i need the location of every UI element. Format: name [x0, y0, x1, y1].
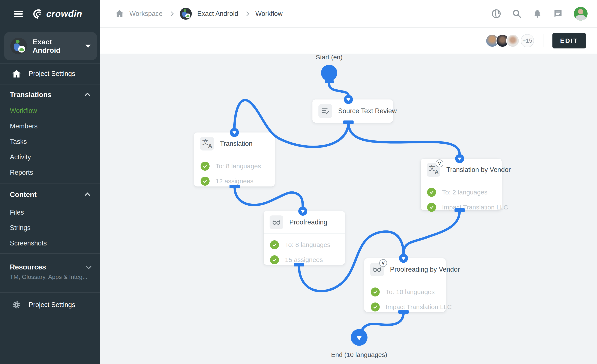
breadcrumb-project[interactable]: Exact Android [197, 10, 238, 18]
section-header-translations[interactable]: Translations [10, 88, 90, 101]
sidebar-item-project-settings-bottom[interactable]: Project Settings [0, 295, 100, 314]
more-avatars-badge[interactable]: +15 [521, 34, 534, 47]
node-detail-row: To: 10 languages [371, 287, 439, 296]
section-header-content[interactable]: Content [10, 188, 90, 201]
edit-button[interactable]: EDIT [552, 33, 586, 48]
translation-icon: 文A V [427, 163, 440, 177]
sidebar: crowdin Exact Android Project Settings T… [0, 0, 100, 364]
section-label: Resources [10, 263, 86, 271]
node-detail-row: 12 assignees [201, 177, 268, 186]
sidebar-item-strings[interactable]: Strings [10, 222, 91, 234]
proofreading-icon: V [370, 263, 384, 276]
crowdin-logo-icon [31, 8, 44, 19]
node-title: Source Text Review [338, 107, 397, 115]
sidebar-item-project-settings-top[interactable]: Project Settings [0, 64, 100, 83]
workflow-node-translation[interactable]: 文A Translation To: 8 languages 12 assign… [194, 133, 275, 187]
check-icon [201, 177, 210, 186]
breadcrumb: Workspace Exact Android Workflow [100, 8, 283, 20]
node-detail-row: Impact Translation LLC [427, 203, 495, 212]
section-label: Translations [10, 91, 86, 99]
source-text-review-icon [318, 104, 332, 118]
user-avatar[interactable] [574, 7, 588, 21]
avatar[interactable] [506, 34, 519, 47]
translation-icon: 文A [200, 137, 214, 150]
sidebar-item-files[interactable]: Files [10, 206, 91, 219]
chevron-down-icon [86, 264, 91, 269]
sidebar-item-label: Project Settings [29, 301, 75, 309]
workflow-node-proofreading-by-vendor[interactable]: V Proofreading by Vendor To: 10 language… [364, 258, 446, 312]
node-detail-row: To: 2 languages [427, 188, 495, 197]
sidebar-item-reports[interactable]: Reports [10, 166, 91, 179]
home-icon[interactable] [115, 10, 124, 18]
sidebar-item-activity[interactable]: Activity [10, 151, 91, 163]
search-icon[interactable] [512, 9, 522, 18]
project-selector[interactable]: Exact Android [4, 32, 97, 60]
start-node-label: Start (en) [299, 54, 359, 61]
project-avatar [10, 38, 27, 55]
resources-subtitle: TM, Glossary, Apps & Integ... [10, 274, 87, 280]
proofreading-icon [270, 215, 283, 229]
notifications-bell-icon[interactable] [533, 9, 542, 18]
node-detail-row: Impact Translation LLC [371, 302, 439, 311]
breadcrumb-project-avatar [180, 8, 192, 20]
node-detail-row: 15 assignees [270, 255, 338, 264]
crowdin-logo[interactable]: crowdin [31, 8, 82, 19]
workflow-node-proofreading[interactable]: Proofreading To: 8 languages 15 assignee… [264, 211, 345, 265]
hamburger-menu-icon[interactable] [14, 11, 23, 17]
sidebar-item-workflow[interactable]: Workflow [10, 105, 91, 117]
sidebar-item-tasks[interactable]: Tasks [10, 135, 91, 148]
section-header-resources[interactable]: Resources [10, 261, 90, 274]
end-node-label: End (10 languages) [321, 351, 398, 358]
breadcrumb-page: Workflow [255, 10, 283, 18]
chevron-right-icon [244, 11, 249, 16]
messages-icon[interactable] [553, 9, 563, 18]
android-icon [18, 46, 25, 52]
project-name: Exact Android [32, 38, 80, 55]
divider [543, 34, 543, 47]
chevron-right-icon [169, 11, 173, 16]
node-title: Proofreading by Vendor [390, 266, 460, 273]
sidebar-item-screenshots[interactable]: Screenshots [10, 237, 91, 250]
caret-down-icon [85, 45, 91, 48]
vendor-badge: V [379, 259, 387, 267]
crowdin-workflow-page: crowdin Exact Android Project Settings T… [0, 0, 597, 364]
check-icon [427, 188, 436, 197]
collaborator-avatars: +15 [486, 34, 534, 47]
check-icon [371, 287, 380, 296]
workflow-node-translation-by-vendor[interactable]: 文A V Translation by Vendor To: 2 languag… [421, 159, 502, 210]
vendor-badge: V [436, 159, 443, 167]
node-title: Translation by Vendor [446, 166, 511, 174]
check-icon [427, 203, 436, 212]
check-icon [270, 255, 279, 264]
sidebar-item-label: Project Settings [29, 70, 75, 78]
sidebar-item-members[interactable]: Members [10, 120, 91, 133]
language-globe-icon[interactable] [492, 9, 501, 18]
node-title: Translation [220, 140, 252, 148]
android-icon [185, 14, 190, 18]
home-icon [12, 70, 21, 78]
crowdin-logo-text: crowdin [46, 9, 82, 19]
node-detail-row: To: 8 languages [201, 162, 268, 171]
breadcrumb-workspace[interactable]: Workspace [129, 10, 163, 18]
gear-icon [12, 300, 21, 309]
section-label: Content [10, 190, 86, 199]
workflow-toolbar: +15 EDIT [100, 28, 597, 54]
node-title: Proofreading [289, 218, 327, 226]
topbar-icons [492, 7, 597, 21]
topbar: Workspace Exact Android Workflow [100, 0, 597, 28]
check-icon [270, 240, 279, 249]
node-detail-row: To: 8 languages [270, 240, 338, 249]
check-icon [371, 302, 380, 311]
workflow-node-source-text-review[interactable]: Source Text Review [312, 99, 393, 123]
sidebar-logo-row: crowdin [0, 0, 100, 28]
check-icon [201, 162, 210, 171]
